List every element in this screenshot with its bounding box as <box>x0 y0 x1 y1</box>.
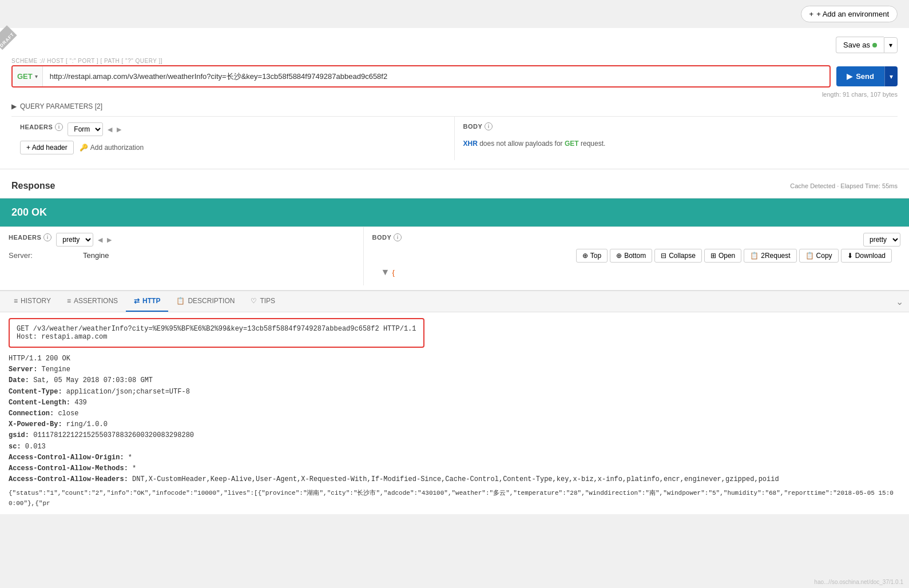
copy-icon: 📋 <box>805 252 814 260</box>
top-button[interactable]: ⊕ Top <box>576 249 608 263</box>
expand-body-button[interactable]: ▼ <box>381 267 390 277</box>
headers-label-text: HEADERS <box>20 124 53 130</box>
cache-info: Cache Detected · Elapsed Time: 55ms <box>790 182 898 189</box>
method-selector[interactable]: GET ▾ <box>13 66 43 86</box>
xhr-text: XHR <box>463 140 478 148</box>
save-as-label: Save as <box>843 41 870 49</box>
http-json-line: {"status":"1","count":"2","info":"OK","i… <box>9 488 900 508</box>
body-label: BODY i <box>463 122 493 130</box>
open-label: Open <box>719 252 735 260</box>
http-connection-row: Connection: close <box>9 408 900 419</box>
pretty-select-headers[interactable]: pretty <box>56 233 93 247</box>
tab-description[interactable]: 📋 DESCRIPTION <box>168 291 243 312</box>
top-label: Top <box>590 252 601 260</box>
add-header-button[interactable]: + Add header <box>20 141 74 154</box>
headers-toggle-right[interactable]: ▶ <box>117 126 121 133</box>
query-params-label[interactable]: QUERY PARAMETERS [2] <box>20 102 102 110</box>
two-request-icon: 📋 <box>750 252 759 260</box>
tab-collapse-icon[interactable]: ⌄ <box>896 296 903 307</box>
request-section: DRAFT Save as ▾ SCHEME :// HOST [ ":" PO… <box>0 28 909 514</box>
download-icon: ⬇ <box>847 252 853 260</box>
save-as-dropdown-button[interactable]: ▾ <box>884 37 898 53</box>
open-button[interactable]: ⊞ Open <box>704 249 741 263</box>
save-as-dot <box>872 43 877 47</box>
query-params-row[interactable]: ▶ QUERY PARAMETERS [2] <box>11 102 898 110</box>
two-request-button[interactable]: 📋 2Request <box>744 249 796 263</box>
get-text: GET <box>565 140 579 148</box>
response-headers-info-icon[interactable]: i <box>43 233 51 241</box>
send-button[interactable]: ▶ Send <box>836 66 884 86</box>
form-select[interactable]: Form <box>68 122 103 136</box>
tips-label: TIPS <box>260 297 275 305</box>
http-content-type-row: Content-Type: application/json;charset=U… <box>9 387 900 398</box>
http-server-row: Server: Tengine <box>9 364 900 375</box>
copy-button[interactable]: 📋 Copy <box>799 249 839 263</box>
url-bar: GET ▾ <box>11 65 831 88</box>
download-label: Download <box>855 252 886 260</box>
status-code: 200 OK <box>11 206 47 218</box>
top-bar: + + Add an environment <box>0 0 909 28</box>
body-preview: ▼ { <box>372 265 900 280</box>
headers-toggle-left[interactable]: ◀ <box>108 126 112 133</box>
http-host-line: Host: restapi.amap.com <box>17 333 416 341</box>
send-button-group: ▶ Send ▾ <box>836 66 898 86</box>
add-auth-button[interactable]: 🔑 Add authorization <box>80 141 144 154</box>
response-headers-section: HEADERS i pretty ◀ ▶ Server: Tengine <box>0 227 364 285</box>
tips-icon: ♡ <box>251 297 257 305</box>
headers-section: HEADERS i Form ◀ ▶ + Add header 🔑 A <box>11 117 455 160</box>
response-body-info-icon[interactable]: i <box>394 233 402 241</box>
collapse-button[interactable]: ⊟ Collapse <box>654 249 702 263</box>
response-body-label-text: BODY <box>372 234 392 241</box>
body-section: BODY i XHR does not allow payloads for G… <box>455 117 898 160</box>
open-icon: ⊞ <box>710 252 716 260</box>
response-header: Response Cache Detected · Elapsed Time: … <box>0 174 909 198</box>
scheme-hint: SCHEME :// HOST [ ":" PORT ] [ PATH [ "?… <box>11 58 898 64</box>
method-text: GET <box>17 72 33 81</box>
scheme-hint-text: SCHEME :// HOST [ ":" PORT ] [ PATH [ "?… <box>11 58 162 64</box>
tab-tips[interactable]: ♡ TIPS <box>243 291 283 312</box>
server-val: Tengine <box>83 251 109 260</box>
response-body-section: HEADERS i pretty ◀ ▶ Server: Tengine <box>0 227 909 285</box>
bottom-button[interactable]: ⊕ Bottom <box>610 249 652 263</box>
body-preview-text: { <box>392 268 394 277</box>
url-input[interactable] <box>43 66 829 86</box>
plus-icon: + <box>809 10 814 18</box>
pretty-select-body[interactable]: pretty <box>863 233 900 247</box>
http-xpoweredby-row: X-Powered-By: ring/1.0.0 <box>9 419 900 430</box>
assertions-label: ASSERTIONS <box>74 297 118 305</box>
method-dropdown-icon: ▾ <box>35 73 38 80</box>
http-date-row: Date: Sat, 05 May 2018 07:03:08 GMT <box>9 375 900 386</box>
action-buttons: ⊕ Top ⊕ Bottom ⊟ Collapse ⊞ Open <box>372 247 900 265</box>
response-toggle-right[interactable]: ▶ <box>107 236 112 244</box>
tab-bar: ≡ HISTORY ≡ ASSERTIONS ⇄ HTTP 📋 DESCRIPT… <box>0 291 909 312</box>
headers-label: HEADERS i <box>20 123 63 131</box>
download-button[interactable]: ⬇ Download <box>841 249 892 263</box>
add-environment-button[interactable]: + + Add an environment <box>801 6 898 22</box>
save-as-button[interactable]: Save as <box>836 37 884 53</box>
server-key: Server: <box>9 251 66 260</box>
tab-http[interactable]: ⇄ HTTP <box>126 291 168 312</box>
add-env-label: + Add an environment <box>816 10 889 18</box>
response-body-panel: BODY i pretty ⊕ Top ⊕ <box>364 227 909 285</box>
collapse-icon: ⊟ <box>661 252 666 260</box>
http-request-line: GET /v3/weather/weatherInfo?city=%E9%95%… <box>17 325 416 333</box>
description-icon: 📋 <box>176 297 185 305</box>
two-request-label: 2Request <box>761 252 790 260</box>
body-info-icon[interactable]: i <box>485 122 493 130</box>
bottom-label: Bottom <box>624 252 646 260</box>
tab-history[interactable]: ≡ HISTORY <box>6 291 59 312</box>
status-bar: 200 OK <box>0 198 909 227</box>
add-auth-label: Add authorization <box>90 144 144 152</box>
http-icon: ⇄ <box>134 297 140 305</box>
http-content-length-row: Content-Length: 439 <box>9 398 900 408</box>
http-cors-headers-row: Access-Control-Allow-Headers: DNT,X-Cust… <box>9 474 900 485</box>
tab-assertions[interactable]: ≡ ASSERTIONS <box>59 291 126 312</box>
send-dropdown-button[interactable]: ▾ <box>884 66 898 86</box>
headers-info-icon[interactable]: i <box>55 123 63 131</box>
response-headers-label-text: HEADERS <box>9 234 41 241</box>
response-section: Response Cache Detected · Elapsed Time: … <box>0 174 909 285</box>
response-toggle-left[interactable]: ◀ <box>98 236 102 244</box>
response-title: Response <box>11 181 55 191</box>
add-header-label: + Add header <box>26 144 68 152</box>
char-count: length: 91 chars, 107 bytes <box>11 91 898 98</box>
